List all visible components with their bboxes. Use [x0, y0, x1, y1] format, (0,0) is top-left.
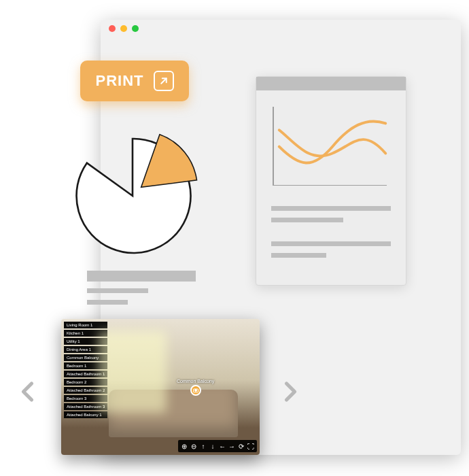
placeholder-line [87, 300, 128, 305]
room-item[interactable]: Dining Area 1 [64, 346, 107, 353]
hotspot[interactable]: Common Balcony [177, 379, 214, 396]
print-label: PRINT [96, 72, 144, 90]
hotspot-icon [190, 385, 201, 396]
reset-rotation-icon[interactable]: ⟳ [237, 441, 246, 451]
room-item[interactable]: Kitchen 1 [64, 330, 107, 337]
up-icon[interactable]: ↑ [198, 441, 208, 451]
hotspot-label: Common Balcony [177, 379, 214, 384]
room-item[interactable]: Common Balcony [64, 354, 107, 361]
right-icon[interactable]: → [227, 441, 237, 451]
card-placeholder-text [256, 202, 406, 258]
placeholder-line [271, 241, 391, 246]
next-button[interactable] [277, 379, 302, 404]
card-header [256, 77, 406, 90]
room-list: Living Room 1Kitchen 1Utility 1Dining Ar… [64, 322, 107, 418]
virtual-tour-viewer[interactable]: Living Room 1Kitchen 1Utility 1Dining Ar… [61, 319, 260, 455]
room-item[interactable]: Bedroom 1 [64, 362, 107, 369]
viewer-toolbar: ⊕⊖↑↓←→⟳⛶ [178, 440, 257, 452]
print-button[interactable]: PRINT [80, 61, 189, 101]
placeholder-line [271, 218, 343, 222]
room-item[interactable]: Utility 1 [64, 338, 107, 345]
line-series-b [279, 130, 385, 156]
pie-chart [61, 124, 204, 267]
line-chart [273, 107, 392, 191]
scene-sofa [109, 390, 238, 437]
zoom-out-icon[interactable]: ⊖ [189, 441, 198, 451]
open-external-icon [154, 71, 174, 91]
placeholder-line [87, 271, 196, 282]
report-card [256, 76, 406, 286]
pie-caption-placeholder [87, 271, 196, 305]
close-icon[interactable] [109, 25, 116, 32]
minimize-icon[interactable] [120, 25, 127, 32]
zoom-in-icon[interactable]: ⊕ [179, 441, 189, 451]
left-icon[interactable]: ← [218, 441, 227, 451]
placeholder-line [271, 253, 326, 258]
placeholder-line [271, 206, 391, 211]
prev-button[interactable] [16, 379, 41, 404]
fullscreen-icon[interactable]: ⛶ [246, 441, 256, 451]
maximize-icon[interactable] [132, 25, 139, 32]
room-item[interactable]: Attached Bathroom 1 [64, 371, 107, 377]
room-item[interactable]: Attached Bathroom 3 [64, 403, 107, 410]
room-item[interactable]: Attached Balcony 1 [64, 411, 107, 418]
placeholder-line [87, 288, 148, 293]
room-item[interactable]: Bedroom 2 [64, 379, 107, 386]
room-item[interactable]: Living Room 1 [64, 322, 107, 328]
svg-point-0 [194, 389, 197, 392]
titlebar [101, 20, 461, 37]
room-item[interactable]: Bedroom 3 [64, 395, 107, 402]
down-icon[interactable]: ↓ [208, 441, 218, 451]
room-item[interactable]: Attached Bathroom 2 [64, 387, 107, 394]
